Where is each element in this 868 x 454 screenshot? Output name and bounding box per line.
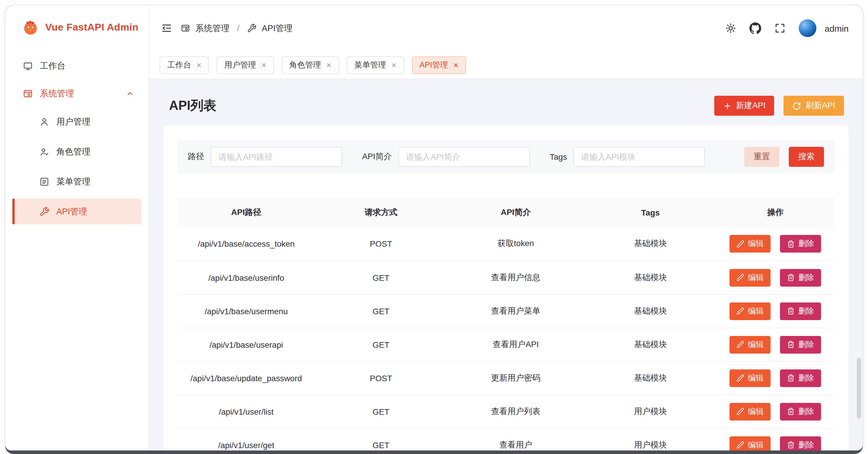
delete-button[interactable]: 删除 [780, 269, 821, 286]
trash-icon [787, 307, 795, 315]
delete-button[interactable]: 删除 [780, 403, 821, 420]
tags-input[interactable] [574, 147, 705, 167]
tab-label: API管理 [419, 60, 448, 70]
edit-button[interactable]: 编辑 [730, 369, 771, 387]
pencil-icon [737, 374, 744, 382]
search-button[interactable]: 搜索 [789, 147, 824, 167]
delete-button[interactable]: 删除 [780, 302, 821, 320]
edit-button[interactable]: 编辑 [730, 403, 771, 420]
sidebar-item-role-management[interactable]: 角色管理 [12, 139, 142, 165]
cell-summary: 查看用户菜单 [446, 294, 585, 328]
sidebar-item-system-management[interactable]: 系统管理 [12, 81, 142, 106]
username[interactable]: admin [825, 23, 849, 33]
cell-method: GET [315, 261, 446, 294]
breadcrumb-item[interactable]: API管理 [262, 23, 292, 34]
cell-path: /api/v1/base/update_password [177, 361, 315, 395]
column-header-actions: 操作 [716, 198, 835, 227]
edit-button[interactable]: 编辑 [730, 436, 771, 451]
filter-path: 路径 [188, 147, 342, 167]
breadcrumb: 系统管理 / API管理 [181, 23, 292, 34]
pencil-icon [737, 341, 744, 348]
cell-summary: 获取token [446, 227, 585, 261]
sidebar-item-workbench[interactable]: 工作台 [12, 53, 142, 78]
main-area: 系统管理 / API管理 admin 工作台 [149, 5, 863, 451]
sidebar-submenu-system: 用户管理 角色管理 菜单管理 API管理 [12, 109, 142, 224]
table-row: /api/v1/base/userinfo GET 查看用户信息 基础模块 编辑… [177, 261, 835, 294]
plus-icon [723, 101, 732, 110]
new-api-button[interactable]: 新建API [714, 96, 774, 116]
tags-label: Tags [550, 152, 567, 162]
cell-path: /api/v1/base/userinfo [177, 261, 315, 294]
delete-button[interactable]: 删除 [780, 235, 821, 253]
wrench-icon [39, 206, 49, 217]
tab-user-management[interactable]: 用户管理 × [217, 56, 274, 74]
edit-button[interactable]: 编辑 [730, 269, 771, 286]
summary-input[interactable] [398, 147, 530, 167]
sidebar-item-label: 用户管理 [56, 116, 90, 127]
sidebar-item-label: 角色管理 [56, 146, 90, 157]
monitor-icon [23, 61, 33, 71]
trash-icon [787, 441, 795, 449]
edit-button[interactable]: 编辑 [730, 302, 771, 320]
cell-tags: 基础模块 [585, 361, 716, 395]
breadcrumb-item[interactable]: 系统管理 [195, 23, 229, 34]
tab-close-icon[interactable]: × [453, 60, 459, 69]
cell-method: GET [315, 294, 446, 328]
github-icon[interactable] [749, 22, 761, 34]
trash-icon [787, 240, 795, 248]
filter-summary: API简介 [362, 147, 530, 167]
path-input[interactable] [211, 147, 342, 167]
reset-button[interactable]: 重置 [744, 147, 779, 167]
tab-api-management[interactable]: API管理 × [412, 56, 466, 74]
fullscreen-icon[interactable] [774, 22, 786, 34]
theme-toggle-icon[interactable] [725, 22, 737, 34]
sidebar-item-menu-management[interactable]: 菜单管理 [12, 169, 142, 194]
trash-icon [787, 374, 795, 382]
tab-bar: 工作台 × 用户管理 × 角色管理 × 菜单管理 × [149, 51, 863, 79]
sidebar-item-label: 系统管理 [40, 88, 74, 99]
tab-label: 角色管理 [289, 60, 321, 70]
column-header-path: API路径 [177, 198, 315, 227]
avatar[interactable] [799, 19, 816, 37]
cell-path: /api/v1/user/get [177, 428, 315, 451]
app-logo: Vue FastAPI Admin [5, 5, 149, 50]
cell-summary: 查看用户API [446, 328, 585, 361]
cell-actions: 编辑 删除 [716, 428, 835, 451]
cell-actions: 编辑 删除 [716, 328, 835, 361]
refresh-api-button[interactable]: 刷新API [784, 96, 844, 116]
trash-icon [787, 341, 795, 348]
delete-button[interactable]: 删除 [780, 336, 821, 353]
scrollbar-thumb[interactable] [857, 358, 861, 419]
pencil-icon [737, 307, 744, 315]
breadcrumb-separator: / [237, 24, 240, 33]
tab-role-management[interactable]: 角色管理 × [282, 56, 339, 74]
tab-close-icon[interactable]: × [326, 60, 332, 69]
screen: Vue FastAPI Admin 工作台 系统管理 [0, 0, 868, 454]
trash-icon [787, 274, 795, 281]
table-row: /api/v1/user/list GET 查看用户列表 用户模块 编辑 删除 [177, 395, 835, 428]
table-row: /api/v1/user/get GET 查看用户 用户模块 编辑 删除 [177, 428, 835, 451]
tab-close-icon[interactable]: × [196, 60, 202, 69]
edit-button[interactable]: 编辑 [730, 336, 771, 353]
sidebar-item-label: 工作台 [40, 60, 65, 72]
tab-close-icon[interactable]: × [261, 60, 267, 69]
tab-menu-management[interactable]: 菜单管理 × [347, 56, 404, 74]
cell-method: POST [315, 361, 446, 395]
table-row: /api/v1/base/userapi GET 查看用户API 基础模块 编辑… [177, 328, 835, 361]
topbar-actions: admin [725, 19, 849, 37]
topbar: 系统管理 / API管理 admin [149, 5, 863, 51]
sidebar-item-api-management[interactable]: API管理 [12, 199, 142, 224]
delete-button[interactable]: 删除 [780, 369, 821, 387]
sidebar-item-user-management[interactable]: 用户管理 [12, 109, 142, 135]
cell-actions: 编辑 删除 [716, 294, 835, 328]
delete-button[interactable]: 删除 [780, 436, 821, 451]
cell-actions: 编辑 删除 [716, 261, 835, 294]
cell-actions: 编辑 删除 [716, 227, 835, 261]
tab-workbench[interactable]: 工作台 × [160, 56, 209, 74]
sidebar-collapse-icon[interactable] [161, 22, 173, 34]
edit-button[interactable]: 编辑 [730, 235, 771, 253]
path-label: 路径 [188, 151, 204, 162]
system-icon [181, 24, 190, 33]
cell-summary: 更新用户密码 [446, 361, 585, 395]
tab-close-icon[interactable]: × [392, 60, 397, 69]
